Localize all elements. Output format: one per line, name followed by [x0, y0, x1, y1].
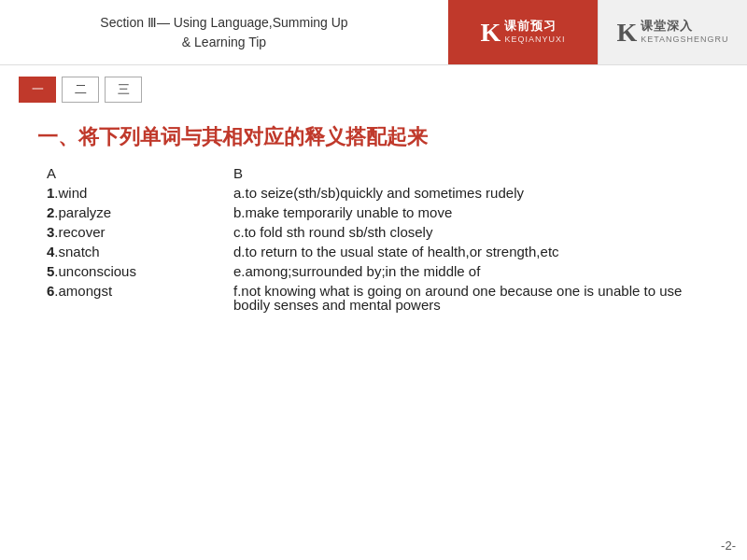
- table-row: 4.snatchd.to return to the usual state o…: [37, 245, 710, 259]
- definition-cell: f.not knowing what is going on around on…: [233, 284, 710, 312]
- subnav-bar: 一 二 三: [0, 65, 747, 114]
- tab2-main-label: 课堂深入: [641, 19, 728, 35]
- term-number: 1: [47, 185, 54, 201]
- table-row: 2.paralyzeb.make temporarily unable to m…: [37, 205, 710, 219]
- definition-cell: b.make temporarily unable to move: [233, 205, 710, 219]
- term-number: 3: [47, 224, 54, 240]
- term-number: 6: [47, 283, 54, 299]
- section-line2: & Learning Tip: [100, 33, 347, 52]
- column-headers: A B: [37, 166, 710, 180]
- term-cell: 6.amongst: [47, 284, 233, 298]
- tab2-text: 课堂深入 KETANGSHENGRU: [641, 19, 728, 46]
- k-letter-2: K: [616, 18, 637, 48]
- section-title: 一、将下列单词与其相对应的释义搭配起来: [37, 123, 710, 151]
- k-letter-1: K: [481, 18, 501, 48]
- term-cell: 3.recover: [47, 225, 233, 239]
- col-b-header: B: [233, 166, 243, 180]
- tab-keqianyuxi[interactable]: K 课前预习 KEQIANYUXI: [448, 0, 598, 64]
- term-cell: 4.snatch: [47, 245, 233, 259]
- header: Section Ⅲ— Using Language,Summing Up & L…: [0, 0, 747, 65]
- tab2-sub-label: KETANGSHENGRU: [641, 35, 728, 46]
- rows-container: 1.winda.to seize(sth/sb)quickly and some…: [37, 186, 710, 312]
- definition-cell: a.to seize(sth/sb)quickly and sometimes …: [233, 186, 710, 200]
- table-row: 6.amongstf.not knowing what is going on …: [37, 284, 710, 312]
- subnav-btn-2[interactable]: 二: [62, 77, 99, 103]
- subnav-btn-1[interactable]: 一: [19, 77, 56, 103]
- term-number: 5: [47, 263, 54, 279]
- matching-table: A B 1.winda.to seize(sth/sb)quickly and …: [37, 166, 710, 312]
- term-cell: 1.wind: [47, 186, 233, 200]
- tab1-main-label: 课前预习: [504, 19, 565, 35]
- table-row: 3.recoverc.to fold sth round sb/sth clos…: [37, 225, 710, 239]
- tab-ketangshengru[interactable]: K 课堂深入 KETANGSHENGRU: [598, 0, 747, 64]
- col-a-header: A: [47, 166, 233, 180]
- subnav-btn-3[interactable]: 三: [105, 77, 142, 103]
- table-row: 5.unconsciouse.among;surrounded by;in th…: [37, 264, 710, 278]
- term-number: 4: [47, 244, 54, 259]
- section-label: Section Ⅲ— Using Language,Summing Up & L…: [0, 0, 448, 64]
- definition-cell: d.to return to the usual state of health…: [233, 245, 710, 259]
- table-row: 1.winda.to seize(sth/sb)quickly and some…: [37, 186, 710, 200]
- section-text: Section Ⅲ— Using Language,Summing Up & L…: [100, 13, 347, 52]
- tab1-text: 课前预习 KEQIANYUXI: [504, 19, 565, 46]
- term-cell: 2.paralyze: [47, 205, 233, 219]
- tab1-sub-label: KEQIANYUXI: [504, 35, 565, 46]
- term-cell: 5.unconscious: [47, 264, 233, 278]
- section-line1: Section Ⅲ— Using Language,Summing Up: [100, 13, 347, 33]
- main-content: 一、将下列单词与其相对应的释义搭配起来 A B 1.winda.to seize…: [0, 114, 747, 336]
- definition-cell: e.among;surrounded by;in the middle of: [233, 264, 710, 278]
- term-number: 2: [47, 204, 54, 220]
- page-number: -2-: [721, 539, 736, 553]
- definition-cell: c.to fold sth round sb/sth closely: [233, 225, 710, 239]
